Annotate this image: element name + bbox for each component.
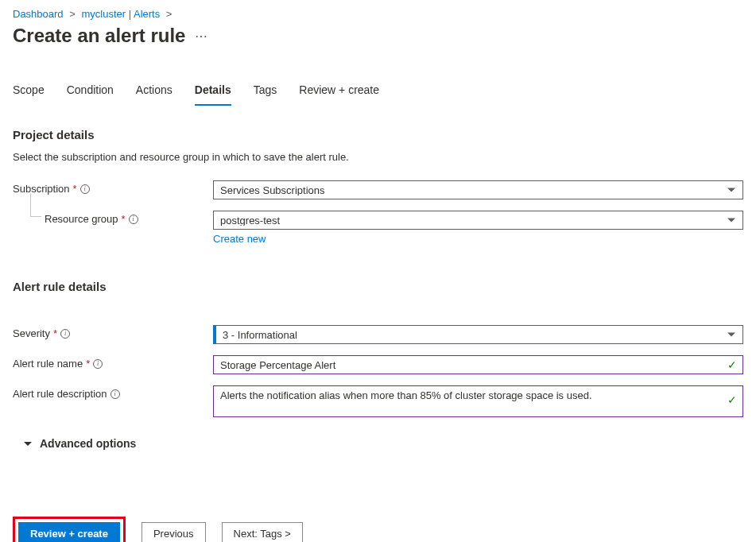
tabs: Scope Condition Actions Details Tags Rev… [13, 83, 743, 106]
subscription-select[interactable]: Services Subscriptions [213, 180, 743, 199]
severity-label: Severity * i [13, 325, 213, 339]
indent-line [30, 193, 41, 217]
alert-rule-description-row: Alert rule description i Alerts the noti… [13, 385, 743, 420]
advanced-options-toggle[interactable]: Advanced options [13, 437, 743, 450]
required-indicator: * [53, 327, 57, 339]
create-new-link[interactable]: Create new [213, 233, 266, 245]
previous-button[interactable]: Previous [142, 522, 206, 542]
required-indicator: * [86, 358, 90, 370]
next-tags-button[interactable]: Next: Tags > [222, 522, 303, 542]
tab-actions[interactable]: Actions [136, 83, 173, 106]
footer-buttons: Review + create Previous Next: Tags > [13, 517, 743, 542]
resource-group-select[interactable]: postgres-test [213, 211, 743, 230]
breadcrumb-link-cluster-alerts[interactable]: mycluster | Alerts [81, 8, 160, 20]
tab-condition[interactable]: Condition [67, 83, 114, 106]
alert-rule-name-label: Alert rule name * i [13, 355, 213, 370]
highlight-box: Review + create [13, 517, 126, 542]
alert-rule-name-row: Alert rule name * i ✓ [13, 355, 743, 374]
resource-group-label-text: Resource group [45, 213, 118, 225]
tab-scope[interactable]: Scope [13, 83, 45, 106]
resource-group-row: Resource group * i postgres-test Create … [13, 211, 743, 245]
tab-details[interactable]: Details [195, 83, 231, 106]
subscription-label: Subscription * i [13, 180, 213, 195]
check-icon: ✓ [727, 358, 737, 371]
resource-group-label: Resource group * i [13, 211, 213, 225]
alert-rule-name-label-text: Alert rule name [13, 358, 83, 370]
alert-rule-description-input[interactable]: Alerts the notification alias when more … [213, 385, 743, 417]
review-create-button[interactable]: Review + create [18, 522, 120, 542]
tab-tags[interactable]: Tags [254, 83, 277, 106]
info-icon[interactable]: i [110, 389, 120, 399]
chevron-down-icon [24, 442, 32, 446]
subscription-row: Subscription * i Services Subscriptions [13, 180, 743, 199]
severity-row: Severity * i 3 - Informational [13, 325, 743, 344]
project-details-heading: Project details [13, 128, 743, 141]
more-menu-icon[interactable]: ⋯ [195, 29, 208, 44]
breadcrumb-separator: > [166, 8, 173, 20]
alert-rule-description-label-text: Alert rule description [13, 388, 107, 400]
severity-select[interactable]: 3 - Informational [213, 325, 743, 344]
breadcrumb: Dashboard > mycluster | Alerts > [13, 8, 743, 20]
info-icon[interactable]: i [129, 215, 138, 224]
alert-rule-details-heading: Alert rule details [13, 280, 743, 293]
alert-rule-name-input[interactable] [213, 355, 743, 374]
page-title: Create an alert rule [13, 25, 185, 47]
breadcrumb-separator: > [69, 8, 76, 20]
project-details-description: Select the subscription and resource gro… [13, 151, 743, 163]
severity-label-text: Severity [13, 327, 50, 339]
info-icon[interactable]: i [60, 329, 70, 339]
required-indicator: * [73, 183, 77, 195]
check-icon: ✓ [727, 393, 737, 406]
info-icon[interactable]: i [80, 184, 90, 194]
breadcrumb-link-dashboard[interactable]: Dashboard [13, 8, 64, 20]
page-title-row: Create an alert rule ⋯ [13, 25, 743, 47]
required-indicator: * [122, 213, 126, 225]
advanced-options-label: Advanced options [40, 437, 136, 450]
alert-rule-description-label: Alert rule description i [13, 385, 213, 400]
tab-review-create[interactable]: Review + create [299, 83, 379, 106]
info-icon[interactable]: i [93, 359, 103, 369]
